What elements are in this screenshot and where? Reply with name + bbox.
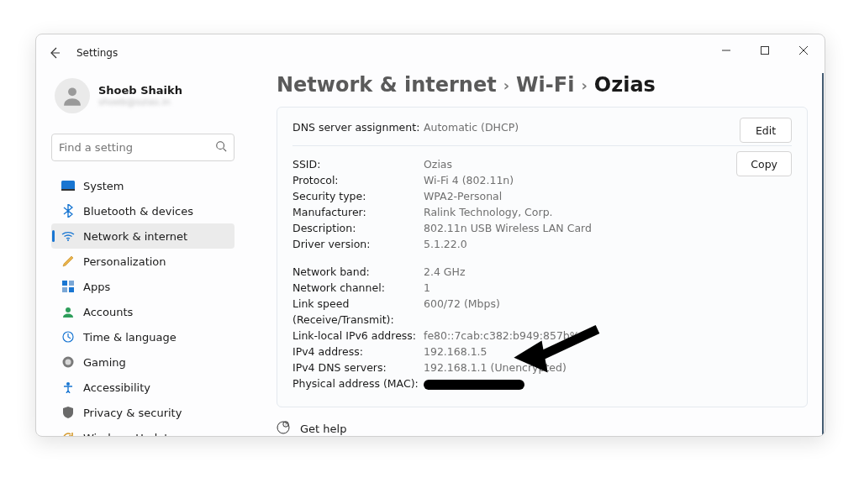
property-label: Physical address (MAC): — [292, 375, 424, 391]
property-value: fe80::7cab:c382:b949:857b%9 — [424, 328, 587, 344]
property-row: Manufacturer:Ralink Technology, Corp. — [292, 204, 792, 220]
property-row: Driver version:5.1.22.0 — [292, 236, 792, 252]
copy-button[interactable]: Copy — [736, 151, 792, 176]
svg-rect-9 — [69, 287, 74, 292]
accessibility-icon — [61, 381, 75, 394]
accounts-icon — [61, 305, 75, 318]
sidebar-item-label: Apps — [83, 281, 110, 293]
property-value: 192.168.1.5 — [424, 344, 487, 360]
sidebar-item-apps[interactable]: Apps — [51, 274, 235, 299]
window-title: Settings — [76, 47, 118, 59]
sidebar-item-windows-update[interactable]: Windows Update — [51, 425, 235, 437]
profile-name: Shoeb Shaikh — [98, 84, 182, 97]
chevron-right-icon: › — [503, 76, 509, 94]
property-row: Link-local IPv6 address:fe80::7cab:c382:… — [292, 328, 792, 344]
wifi-icon — [61, 229, 75, 243]
profile-email: shoeb@ozias.in — [98, 97, 182, 108]
property-label: SSID: — [292, 156, 424, 172]
property-value: Wi-Fi 4 (802.11n) — [424, 172, 514, 188]
system-icon — [61, 179, 75, 192]
svg-rect-4 — [61, 189, 75, 191]
svg-point-2 — [217, 142, 224, 150]
back-button[interactable] — [46, 45, 63, 61]
content-pane: Network & internet › Wi-Fi › Ozias DNS s… — [246, 73, 824, 436]
property-label: IPv4 address: — [292, 344, 424, 360]
svg-rect-7 — [69, 281, 74, 286]
sidebar-item-label: Accessibility — [83, 381, 150, 394]
sidebar-item-label: System — [83, 180, 124, 192]
wifi-details-panel: DNS server assignment: Automatic (DHCP) … — [277, 107, 808, 407]
edit-button[interactable]: Edit — [740, 118, 792, 143]
property-row: Network band:2.4 GHz — [292, 264, 792, 280]
svg-text:?: ? — [285, 422, 287, 427]
sidebar-item-label: Privacy & security — [83, 407, 182, 419]
property-value: Ozias — [424, 156, 452, 172]
close-button[interactable] — [784, 38, 823, 63]
bluetooth-icon — [61, 204, 75, 218]
sidebar-item-personalization[interactable]: Personalization — [51, 249, 235, 274]
account-summary[interactable]: Shoeb Shaikh shoeb@ozias.in — [51, 73, 235, 118]
globe-clock-icon — [61, 330, 75, 344]
sidebar-item-label: Windows Update — [83, 432, 175, 438]
sidebar-item-label: Time & language — [83, 331, 177, 344]
svg-point-5 — [67, 239, 69, 241]
property-label: Link-local IPv6 address: — [292, 328, 424, 344]
breadcrumb-l2[interactable]: Wi-Fi — [516, 73, 574, 97]
sidebar-item-bluetooth[interactable]: Bluetooth & devices — [51, 198, 235, 223]
property-label: IPv4 DNS servers: — [292, 360, 424, 375]
property-value: 802.11n USB Wireless LAN Card — [424, 220, 592, 236]
property-value: 192.168.1.1 (Unencrypted) — [424, 360, 567, 375]
dns-value: Automatic (DHCP) — [424, 119, 519, 135]
property-label: Protocol: — [292, 172, 424, 188]
svg-point-1 — [68, 87, 76, 96]
svg-point-13 — [66, 360, 71, 365]
property-row: Description:802.11n USB Wireless LAN Car… — [292, 220, 792, 236]
profile-text: Shoeb Shaikh shoeb@ozias.in — [98, 84, 182, 108]
apps-icon — [61, 280, 75, 293]
property-value: 2.4 GHz — [424, 264, 466, 280]
settings-window: Settings Shoeb Shaikh shoeb@ozias.in — [35, 34, 825, 437]
sidebar-item-time[interactable]: Time & language — [51, 324, 235, 349]
sidebar-item-network[interactable]: Network & internet — [51, 223, 235, 249]
redacted-mac-icon — [424, 380, 524, 390]
property-value — [424, 375, 524, 391]
sidebar-item-label: Personalization — [83, 255, 166, 268]
maximize-button[interactable] — [746, 38, 784, 63]
minimize-button[interactable] — [707, 38, 746, 63]
property-row: IPv4 address:192.168.1.5 — [292, 344, 792, 360]
svg-rect-3 — [61, 181, 75, 190]
property-value: WPA2-Personal — [424, 188, 502, 204]
property-value: 600/72 (Mbps) — [424, 296, 500, 312]
svg-rect-0 — [762, 47, 769, 55]
svg-point-10 — [66, 307, 71, 312]
sidebar-item-system[interactable]: System — [51, 173, 235, 198]
help-icon: ? — [277, 421, 290, 437]
sidebar-item-accessibility[interactable]: Accessibility — [51, 375, 235, 400]
sidebar-item-label: Bluetooth & devices — [83, 205, 193, 218]
search-row[interactable] — [51, 134, 235, 161]
divider — [292, 145, 792, 146]
property-row: Protocol:Wi-Fi 4 (802.11n) — [292, 172, 792, 188]
search-input[interactable] — [59, 141, 215, 154]
property-row: SSID:Ozias — [292, 156, 792, 172]
sidebar-item-accounts[interactable]: Accounts — [51, 299, 235, 324]
sidebar-item-privacy[interactable]: Privacy & security — [51, 400, 235, 425]
svg-point-14 — [66, 382, 70, 386]
breadcrumb-l1[interactable]: Network & internet — [277, 73, 497, 97]
property-label: Driver version: — [292, 236, 424, 252]
property-row: Link speed (Receive/Transmit):600/72 (Mb… — [292, 296, 792, 328]
chevron-right-icon: › — [581, 76, 587, 94]
get-help-label: Get help — [300, 423, 346, 435]
sidebar-item-gaming[interactable]: Gaming — [51, 349, 235, 375]
breadcrumb: Network & internet › Wi-Fi › Ozias — [277, 73, 822, 97]
property-value: 1 — [424, 280, 430, 296]
shield-icon — [61, 406, 75, 419]
titlebar-controls — [707, 38, 823, 63]
property-row: Physical address (MAC): — [292, 375, 792, 391]
svg-rect-6 — [62, 281, 67, 286]
get-help-link[interactable]: ? Get help — [277, 421, 822, 437]
avatar — [55, 78, 90, 113]
breadcrumb-l3: Ozias — [594, 73, 656, 97]
sidebar-item-label: Accounts — [83, 306, 133, 318]
update-icon — [61, 431, 75, 437]
